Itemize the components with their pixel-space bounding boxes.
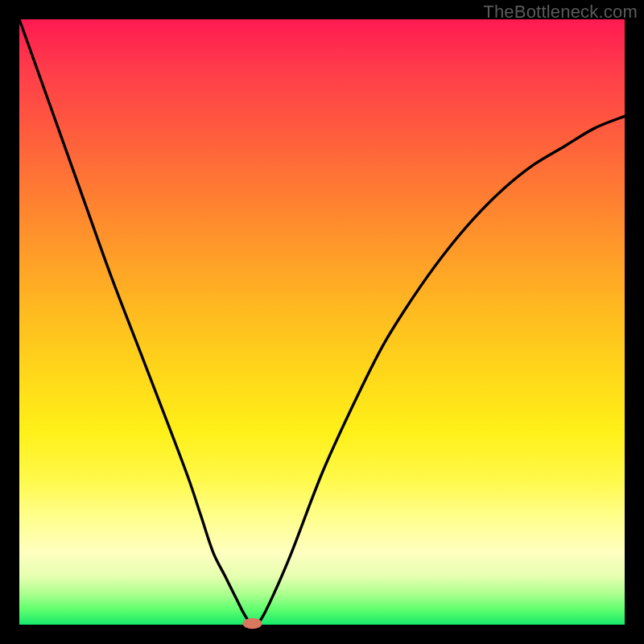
plot-area	[19, 19, 625, 625]
bottleneck-curve	[19, 19, 625, 623]
minimum-marker	[242, 618, 262, 630]
curve-svg	[19, 19, 625, 625]
chart-frame: TheBottleneck.com	[0, 0, 644, 644]
